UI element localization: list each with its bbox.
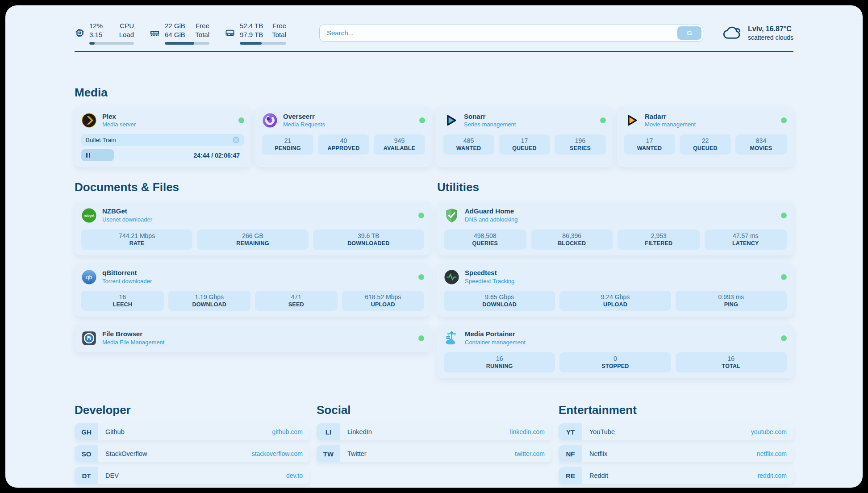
stat-value: 86,396: [533, 232, 612, 239]
bookmark-url[interactable]: twitter.com: [515, 450, 545, 457]
stat-box: 0 STOPPED: [559, 352, 671, 372]
bookmark-reddit[interactable]: RE Reddit reddit.com: [559, 467, 793, 484]
svg-text:qb: qb: [86, 274, 92, 280]
status-dot: [419, 117, 425, 123]
stat-box: 9.65 Gbps DOWNLOAD: [444, 291, 555, 311]
section-social: Social LI LinkedIn linkedin.com TW Twitt…: [317, 403, 551, 484]
cpu-widget: 12% 3.15 CPU Load: [75, 21, 134, 45]
service-subtitle: Torrent downloader: [102, 278, 152, 285]
playback-progress-bar[interactable]: 24:44 / 02:06:47: [81, 149, 244, 161]
dashboard-page: 12% 3.15 CPU Load: [5, 5, 863, 488]
bookmark-dev[interactable]: DT DEV dev.to: [75, 467, 309, 484]
service-card-radarr[interactable]: Radarr Movie management 17 WANTED 22 QUE…: [617, 107, 793, 167]
stat-value: 834: [737, 137, 785, 144]
cpu-usage-value: 12%: [89, 21, 103, 30]
stat-box: 17 WANTED: [624, 134, 675, 155]
bookmark-netflix[interactable]: NF Netflix netflix.com: [559, 445, 793, 462]
stat-value: 0: [561, 355, 669, 362]
stat-label: UPLOAD: [344, 301, 423, 308]
radarr-icon: [624, 113, 639, 128]
service-subtitle: Movie management: [645, 121, 696, 129]
section-title-documents: Documents & Files: [75, 180, 431, 194]
bookmark-github[interactable]: GH Github github.com: [75, 423, 309, 440]
service-subtitle: Usenet downloader: [102, 216, 152, 224]
service-card-adguard[interactable]: AdGuard Home DNS and adblocking 498,508 …: [437, 201, 793, 255]
stat-value: 1.19 Gbps: [170, 293, 249, 301]
service-card-portainer[interactable]: Media Portainer Container management 16 …: [437, 324, 793, 378]
bookmark-name: Github: [105, 428, 125, 435]
bookmark-url[interactable]: youtube.com: [751, 428, 787, 435]
bookmark-name: Twitter: [347, 450, 367, 457]
service-card-sonarr[interactable]: Sonarr Series management 485 WANTED 17 Q…: [436, 107, 613, 167]
bookmark-name: StackOverflow: [105, 450, 147, 457]
stat-box: 485 WANTED: [443, 134, 494, 155]
stat-box: 196 SERIES: [555, 134, 606, 155]
section-title-utilities: Utilities: [437, 180, 793, 194]
stat-label: SERIES: [556, 145, 604, 151]
stat-label: DOWNLOAD: [170, 301, 249, 308]
service-card-qbittorrent[interactable]: qb qBittorrent Torrent downloader: [75, 263, 431, 317]
service-title: NZBGet: [102, 207, 152, 216]
pause-icon[interactable]: [86, 153, 90, 158]
stat-label: QUEUED: [681, 145, 729, 151]
section-developer: Developer GH Github github.com SO StackO…: [75, 403, 309, 484]
bookmark-name: DEV: [105, 472, 119, 479]
cpu-label-1: CPU: [119, 21, 134, 30]
service-card-nzbget[interactable]: nzbget NZBGet Usenet downloader 74: [75, 201, 431, 255]
stat-label: STOPPED: [561, 363, 669, 369]
service-card-plex[interactable]: Plex Media server Bullet Train: [75, 107, 251, 167]
portainer-crane-icon: [444, 330, 459, 346]
bookmark-abbr: GH: [75, 423, 98, 440]
status-dot: [781, 335, 787, 341]
bookmark-url[interactable]: linkedin.com: [510, 428, 545, 435]
search-engine-button[interactable]: G: [677, 26, 701, 40]
status-dot: [781, 274, 787, 280]
stat-box: 1.19 Gbps DOWNLOAD: [168, 291, 251, 311]
stat-value: 744.21 Mbps: [83, 232, 191, 239]
service-card-speedtest[interactable]: Speedtest Speedtest Tracking 9.65 Gbps D…: [437, 263, 793, 317]
bookmark-url[interactable]: reddit.com: [758, 472, 787, 479]
bookmark-url[interactable]: github.com: [272, 428, 303, 435]
stat-value: 40: [320, 137, 367, 144]
ram-free-value: 22 GiB: [165, 21, 185, 30]
bookmark-url[interactable]: netflix.com: [757, 450, 787, 457]
stat-value: 266 GB: [199, 232, 306, 239]
stat-label: LEECH: [83, 301, 162, 308]
service-card-overseerr[interactable]: Overseerr Media Requests 21 PENDING 40 A…: [255, 107, 432, 167]
bookmark-url[interactable]: dev.to: [286, 472, 303, 479]
stat-label: RATE: [83, 240, 191, 246]
stat-label: AVAILABLE: [376, 145, 423, 151]
stat-label: LATENCY: [706, 240, 785, 246]
disk-widget: 52.4 TB 97.9 TB Free Total: [225, 21, 286, 45]
ram-progress-bar: [165, 42, 209, 45]
search-input[interactable]: [319, 25, 703, 42]
overseerr-icon: [262, 113, 278, 128]
status-dot: [418, 335, 424, 341]
bookmark-url[interactable]: stackoverflow.com: [252, 450, 303, 457]
stat-label: TOTAL: [677, 363, 785, 369]
weather-location-temp: Lviv, 16.87°C: [748, 25, 793, 33]
bookmark-name: Reddit: [589, 472, 608, 479]
stat-label: FILTERED: [619, 240, 698, 246]
stat-label: REMAINING: [199, 240, 306, 246]
stat-box: 266 GB REMAINING: [197, 230, 308, 250]
disk-total-value: 97.9 TB: [240, 30, 263, 39]
stat-box: 9.24 Gbps UPLOAD: [559, 291, 671, 311]
search-bar: G: [319, 25, 703, 42]
bookmark-abbr: SO: [75, 445, 98, 462]
stat-label: PENDING: [264, 145, 312, 151]
stat-box: 16 LEECH: [81, 291, 164, 311]
stat-box: 40 APPROVED: [318, 134, 369, 155]
stat-value: 485: [445, 137, 492, 144]
bookmark-twitter[interactable]: TW Twitter twitter.com: [317, 445, 551, 462]
bookmark-youtube[interactable]: YT YouTube youtube.com: [559, 423, 793, 440]
bookmark-linkedin[interactable]: LI LinkedIn linkedin.com: [317, 423, 551, 440]
service-card-filebrowser[interactable]: File Browser Media File Management: [75, 324, 431, 352]
bookmark-stackoverflow[interactable]: SO StackOverflow stackoverflow.com: [75, 445, 309, 462]
ram-stick-icon: [149, 28, 160, 38]
stat-value: 21: [264, 137, 312, 144]
service-title: Media Portainer: [465, 330, 526, 338]
adguard-shield-icon: [444, 208, 459, 223]
bookmark-abbr: YT: [559, 423, 582, 440]
stat-label: UPLOAD: [561, 301, 669, 308]
